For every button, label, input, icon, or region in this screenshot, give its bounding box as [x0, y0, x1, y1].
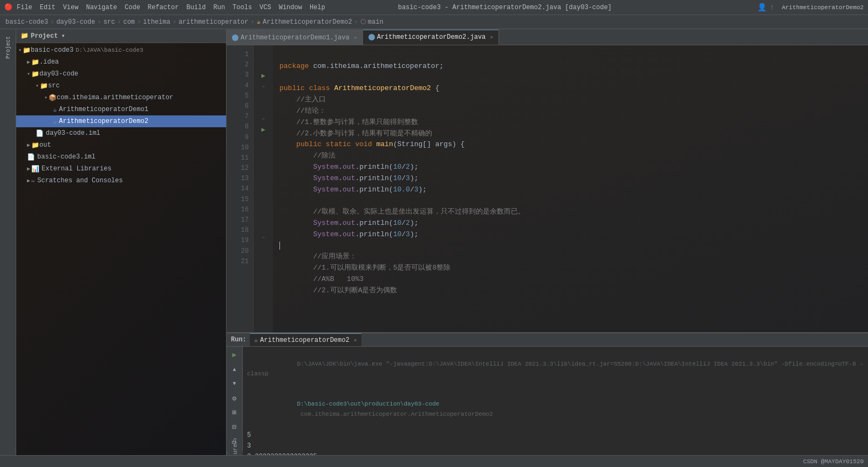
run-gutter-8[interactable]: ▶ [261, 125, 265, 135]
tab-icon-demo1 [232, 35, 238, 41]
breadcrumb-method[interactable]: ⬡ [360, 18, 366, 26]
watermark-text: CSDN @MAYDAY01520 [803, 458, 864, 465]
run-cmd-1: D:\JAVA\JDK\bin\java.exe "-javaagent:D:\… [247, 349, 864, 389]
java-icon: ☕ [53, 118, 57, 126]
iml-icon: 📄 [36, 129, 44, 138]
folder-icon: 📁 [20, 32, 29, 40]
line-numbers: 12345 678910 1112131415 1617181920 21 [227, 45, 254, 332]
tree-src[interactable]: ▾ 📁 src [16, 80, 226, 92]
breadcrumb-arithmeticoperator[interactable]: arithmeticoperator [179, 18, 249, 26]
project-panel-header: 📁 Project ▾ [16, 29, 226, 43]
run-gutter-3[interactable]: ▶ [261, 71, 265, 81]
tab-close-demo1[interactable]: ✕ [354, 35, 357, 41]
tree-idea[interactable]: ▶ 📁 .idea [16, 56, 226, 68]
tree-day03-iml[interactable]: 📄 day03-code.iml [16, 127, 226, 139]
fold-btn-7[interactable]: − [262, 115, 265, 124]
fold-btn-18[interactable]: − [262, 234, 265, 243]
main-layout: Project 📁 Project ▾ ▾ 📁 basic-code3 D:\J… [0, 29, 868, 467]
tab-label-demo2: ArithmeticoperatorDemo2.java [377, 33, 486, 41]
project-title: Project [31, 32, 58, 40]
tree-scratches[interactable]: ▶ ✏️ Scratches and Consoles [16, 175, 226, 187]
project-dropdown[interactable]: ▾ [61, 32, 65, 40]
run-play-btn[interactable]: ▶ [228, 349, 241, 361]
breadcrumb-src[interactable]: src [104, 18, 115, 26]
tab-label-demo1: ArithmeticoperatorDemo1.java [241, 34, 350, 42]
run-settings-btn[interactable]: ⚙ [228, 392, 241, 404]
menu-run[interactable]: Run [213, 4, 225, 11]
run-panel-header: Run: ☕ ArithmeticoperatorDemo2 ✕ [227, 333, 868, 347]
folder-icon: 📁 [23, 46, 31, 54]
editor-tabs: ArithmeticoperatorDemo1.java ✕ Arithmeti… [227, 29, 868, 45]
menu-refactor[interactable]: Refactor [148, 4, 179, 11]
window-title: basic-code3 - ArithmeticoperatorDemo2.ja… [398, 4, 612, 11]
tree-demo1[interactable]: ☕ ArithmeticoperatorDemo1 [16, 104, 226, 115]
run-tab[interactable]: ☕ ArithmeticoperatorDemo2 ✕ [250, 333, 361, 346]
folder-icon: 📁 [31, 141, 39, 149]
run-cmd-2: D:\basic-code3\out\production\day03-code… [247, 389, 864, 430]
project-panel: 📁 Project ▾ ▾ 📁 basic-code3 D:\JAVA\basi… [16, 29, 227, 467]
code-content[interactable]: package com.itheima.arithmeticoperator; … [273, 45, 868, 332]
library-icon: 📊 [31, 165, 39, 173]
update-icon[interactable]: ↑ [770, 3, 774, 12]
tree-out[interactable]: ▶ 📁 out [16, 139, 226, 151]
run-panel: Run: ☕ ArithmeticoperatorDemo2 ✕ ▶ ▲ ▼ ⚙… [227, 332, 868, 451]
menu-vcs[interactable]: VCS [259, 4, 271, 11]
tree-ext-lib[interactable]: ▶ 📊 External Libraries [16, 163, 226, 175]
run-output-3: 3 [247, 441, 864, 451]
breadcrumb-method-label[interactable]: main [368, 18, 384, 26]
run-layout-btn[interactable]: ⊞ [228, 407, 241, 419]
run-tab-icon: ☕ [254, 336, 258, 344]
run-label: Run: [231, 336, 247, 344]
tab-icon-demo2 [368, 34, 375, 40]
tree-basic-iml[interactable]: 📄 basic-code3.iml [16, 151, 226, 163]
run-stop-up-btn[interactable]: ▲ [228, 363, 241, 376]
tree-demo2[interactable]: ☕ ArithmeticoperatorDemo2 [16, 115, 226, 127]
run-tab-close[interactable]: ✕ [354, 337, 357, 344]
tab-demo1[interactable]: ArithmeticoperatorDemo1.java ✕ [227, 30, 363, 45]
editor-area: ArithmeticoperatorDemo1.java ✕ Arithmeti… [227, 29, 868, 467]
user-icon[interactable]: 👤 [757, 3, 767, 12]
code-container[interactable]: 12345 678910 1112131415 1617181920 21 ▶ … [227, 45, 868, 332]
menu-help[interactable]: Help [310, 4, 325, 11]
menu-navigate[interactable]: Navigate [86, 4, 117, 11]
menu-file[interactable]: File [17, 4, 32, 11]
tree-day03[interactable]: ▾ 📁 day03-code [16, 68, 226, 80]
folder-icon: 📁 [31, 70, 39, 78]
iml-icon: 📄 [27, 153, 35, 161]
tree-root[interactable]: ▾ 📁 basic-code3 D:\JAVA\basic-code3 [16, 44, 226, 56]
menu-window[interactable]: Window [279, 4, 302, 11]
menu-code[interactable]: Code [125, 4, 140, 11]
status-bar: CSDN @MAYDAY01520 [0, 455, 868, 467]
breadcrumb-com[interactable]: com [123, 18, 135, 26]
tab-label-right: ArithmeticoperatorDemo2 [782, 4, 864, 11]
menu-edit[interactable]: Edit [40, 4, 56, 11]
menu-bar: File Edit View Navigate Code Refactor Bu… [17, 4, 325, 11]
breadcrumb-file-icon: ☕ [257, 18, 261, 26]
run-layout2-btn[interactable]: ⊟ [228, 421, 241, 434]
project-icon[interactable]: Project [1, 31, 15, 64]
scratches-icon: ✏️ [31, 177, 35, 185]
folder-icon: 📁 [31, 58, 39, 66]
breadcrumb-project[interactable]: basic-code3 [5, 18, 48, 26]
tab-close-demo2[interactable]: ✕ [490, 34, 493, 40]
breadcrumb-itheima[interactable]: itheima [143, 18, 170, 26]
menu-build[interactable]: Build [186, 4, 206, 11]
project-tree: ▾ 📁 basic-code3 D:\JAVA\basic-code3 ▶ 📁 … [16, 43, 226, 467]
package-icon: 📦 [49, 94, 57, 102]
run-stop-down-btn[interactable]: ▼ [228, 378, 241, 390]
breadcrumb-file[interactable]: ArithmeticoperatorDemo2 [263, 18, 352, 26]
breadcrumb: basic-code3 › day03-code › src › com › i… [0, 15, 868, 29]
window-controls: 👤 ↑ ArithmeticoperatorDemo2 [757, 3, 864, 12]
menu-tools[interactable]: Tools [233, 4, 252, 11]
tab-demo2[interactable]: ArithmeticoperatorDemo2.java ✕ [363, 30, 500, 45]
run-tab-label: ArithmeticoperatorDemo2 [260, 336, 350, 344]
title-bar: 🔴 File Edit View Navigate Code Refactor … [0, 0, 868, 15]
fold-btn-4[interactable]: − [262, 83, 265, 92]
folder-icon: 📁 [40, 82, 48, 90]
java-icon: ☕ [53, 106, 57, 114]
run-panel-body: ▶ ▲ ▼ ⚙ ⊞ ⊟ 🖨 🗑 D:\JAVA\JDK\bin\java.exe… [227, 347, 868, 464]
breadcrumb-module[interactable]: day03-code [56, 18, 95, 26]
tree-package[interactable]: ▾ 📦 com.itheima.arithmeticoperator [16, 92, 226, 104]
menu-view[interactable]: View [63, 4, 79, 11]
run-output: D:\JAVA\JDK\bin\java.exe "-javaagent:D:\… [243, 347, 868, 464]
